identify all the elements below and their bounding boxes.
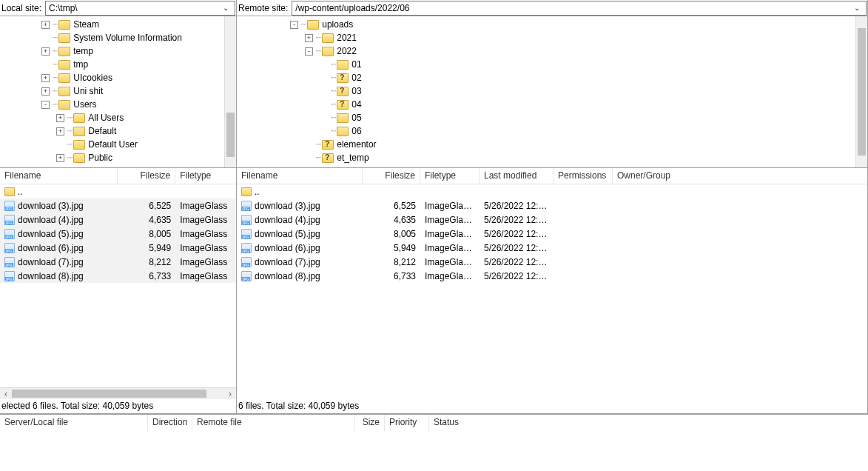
tree-item[interactable]: ┈03: [237, 84, 855, 98]
folder-unknown-icon: [322, 140, 334, 150]
remote-path-combo[interactable]: /wp-content/uploads/2022/06 ⌄: [292, 1, 867, 16]
scroll-right-icon[interactable]: ›: [224, 388, 236, 399]
transfer-queue[interactable]: [0, 431, 868, 471]
tree-item[interactable]: +┈Default: [0, 124, 224, 138]
tree-item[interactable]: ┈04: [237, 98, 855, 111]
file-type: ImageGlass: [175, 257, 236, 267]
qcol-status[interactable]: Status: [429, 415, 488, 431]
tree-connector: ┈: [67, 126, 73, 136]
tree-item[interactable]: +┈2021: [237, 31, 855, 44]
expand-icon[interactable]: +: [41, 74, 50, 82]
file-size: 5,949: [118, 243, 175, 253]
qcol-priority[interactable]: Priority: [385, 415, 429, 431]
chevron-down-icon[interactable]: ⌄: [851, 1, 863, 15]
qcol-remote-file[interactable]: Remote file: [192, 415, 355, 431]
expand-icon[interactable]: +: [56, 114, 64, 122]
scroll-left-icon[interactable]: ‹: [0, 388, 12, 399]
file-row[interactable]: download (8).jpg6,733ImageGlas...5/26/20…: [237, 269, 867, 283]
vertical-scrollbar[interactable]: [855, 16, 867, 167]
file-row[interactable]: download (5).jpg8,005ImageGlas...5/26/20…: [237, 227, 867, 241]
col-owner-group[interactable]: Owner/Group: [613, 168, 679, 184]
tree-connector: ┈: [316, 139, 322, 150]
local-file-list[interactable]: Filename Filesize Filetype ..download (3…: [0, 168, 236, 399]
file-type: ImageGlass: [175, 271, 236, 281]
transfer-queue-header[interactable]: Server/Local file Direction Remote file …: [0, 415, 868, 431]
qcol-server-local[interactable]: Server/Local file: [0, 415, 148, 431]
tree-item[interactable]: +┈Public: [0, 151, 224, 164]
tree-item[interactable]: ┈02: [237, 71, 855, 84]
parent-dir-row[interactable]: ..: [237, 184, 867, 198]
qcol-size[interactable]: Size: [355, 415, 385, 431]
col-filesize[interactable]: Filesize: [118, 168, 175, 184]
col-filetype[interactable]: Filetype: [175, 168, 236, 184]
tree-item[interactable]: +┈UIcookies: [0, 71, 224, 84]
expand-icon[interactable]: +: [41, 47, 50, 56]
jpg-file-icon: [241, 229, 252, 239]
col-filename[interactable]: Filename: [237, 168, 363, 184]
expand-icon[interactable]: +: [56, 154, 64, 162]
file-row[interactable]: download (6).jpg5,949ImageGlas...5/26/20…: [237, 241, 867, 255]
vertical-scrollbar[interactable]: [224, 16, 236, 167]
folder-icon: [73, 140, 85, 150]
horizontal-scrollbar[interactable]: ‹ ›: [0, 387, 236, 399]
remote-file-list[interactable]: Filename Filesize Filetype Last modified…: [237, 168, 867, 399]
tree-connector: ┈: [53, 46, 58, 56]
file-row[interactable]: download (4).jpg4,635ImageGlass: [0, 213, 236, 227]
tree-item[interactable]: +┈Uni shit: [0, 84, 224, 98]
file-type: ImageGlass: [175, 243, 236, 253]
tree-item-label: 01: [351, 59, 361, 70]
col-permissions[interactable]: Permissions: [554, 168, 613, 184]
file-row[interactable]: download (4).jpg4,635ImageGlas...5/26/20…: [237, 213, 867, 227]
file-type: ImageGlas...: [420, 257, 480, 267]
expand-icon[interactable]: +: [41, 21, 50, 29]
tree-item-label: tmp: [73, 59, 88, 70]
tree-connector: ┈: [53, 86, 58, 96]
remote-tree[interactable]: -┈uploads+┈2021-┈2022┈01┈02┈03┈04┈05┈06┈…: [237, 16, 867, 168]
tree-item[interactable]: ┈System Volume Information: [0, 31, 224, 44]
tree-item[interactable]: +┈Steam: [0, 18, 224, 31]
tree-item[interactable]: -┈2022: [237, 44, 855, 58]
col-filename[interactable]: Filename: [0, 168, 118, 184]
expand-icon[interactable]: +: [305, 34, 313, 42]
column-header[interactable]: Filename Filesize Filetype: [0, 168, 236, 184]
file-modified: 5/26/2022 12:0...: [480, 215, 554, 225]
expand-icon[interactable]: +: [56, 127, 64, 136]
tree-item[interactable]: -┈Users: [0, 98, 224, 111]
tree-item[interactable]: ┈elementor: [237, 138, 855, 151]
col-filetype[interactable]: Filetype: [420, 168, 480, 184]
file-row[interactable]: download (5).jpg8,005ImageGlass: [0, 227, 236, 241]
tree-item[interactable]: +┈temp: [0, 44, 224, 58]
tree-item[interactable]: -┈uploads: [237, 18, 855, 31]
tree-item[interactable]: ┈01: [237, 58, 855, 71]
tree-item[interactable]: ┈et_temp: [237, 151, 855, 164]
collapse-icon[interactable]: -: [305, 47, 313, 56]
tree-connector: ┈: [316, 46, 322, 56]
folder-unknown-icon: [337, 87, 349, 96]
local-tree[interactable]: +┈Steam┈System Volume Information+┈temp┈…: [0, 16, 236, 168]
file-modified: 5/26/2022 12:0...: [480, 243, 554, 253]
remote-pane: Remote site: /wp-content/uploads/2022/06…: [237, 0, 868, 414]
qcol-direction[interactable]: Direction: [148, 415, 192, 431]
file-row[interactable]: download (7).jpg8,212ImageGlas...5/26/20…: [237, 255, 867, 269]
collapse-icon[interactable]: -: [41, 101, 50, 109]
file-row[interactable]: download (6).jpg5,949ImageGlass: [0, 241, 236, 255]
tree-item[interactable]: ┈05: [237, 111, 855, 124]
tree-item[interactable]: ┈06: [237, 124, 855, 138]
file-type: ImageGlass: [175, 215, 236, 225]
file-row[interactable]: download (8).jpg6,733ImageGlass: [0, 269, 236, 283]
parent-dir-row[interactable]: ..: [0, 184, 236, 198]
tree-item[interactable]: ┈Default User: [0, 138, 224, 151]
file-row[interactable]: download (3).jpg6,525ImageGlas...5/26/20…: [237, 198, 867, 213]
collapse-icon[interactable]: -: [290, 21, 298, 29]
file-row[interactable]: download (3).jpg6,525ImageGlass: [0, 198, 236, 213]
column-header[interactable]: Filename Filesize Filetype Last modified…: [237, 168, 867, 184]
folder-up-icon: [4, 187, 15, 196]
chevron-down-icon[interactable]: ⌄: [220, 1, 232, 15]
tree-item[interactable]: +┈All Users: [0, 111, 224, 124]
col-filesize[interactable]: Filesize: [363, 168, 420, 184]
tree-item[interactable]: ┈tmp: [0, 58, 224, 71]
col-last-modified[interactable]: Last modified: [480, 168, 554, 184]
file-row[interactable]: download (7).jpg8,212ImageGlass: [0, 255, 236, 269]
local-path-combo[interactable]: C:\tmp\ ⌄: [45, 1, 235, 16]
expand-icon[interactable]: +: [41, 87, 50, 96]
